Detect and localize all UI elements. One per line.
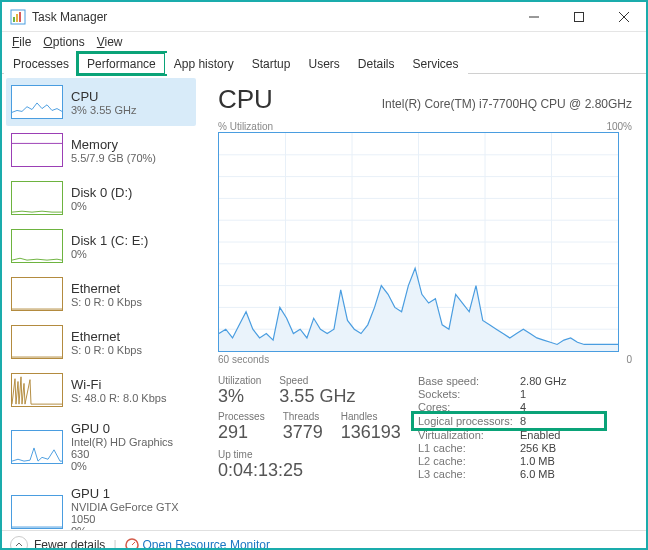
info-l1-v: 256 KB xyxy=(520,442,556,454)
menu-view[interactable]: View xyxy=(91,33,129,51)
cpu-model: Intel(R) Core(TM) i7-7700HQ CPU @ 2.80GH… xyxy=(382,97,632,111)
stat-label-utilization: Utilization xyxy=(218,375,261,386)
open-resource-monitor-link[interactable]: Open Resource Monitor xyxy=(143,538,270,551)
titlebar: Task Manager xyxy=(2,2,646,32)
sidebar-item-6[interactable]: Wi-FiS: 48.0 R: 8.0 Kbps xyxy=(6,366,196,414)
tabs: Processes Performance App history Startu… xyxy=(2,52,646,74)
sidebar-item-5[interactable]: EthernetS: 0 R: 0 Kbps xyxy=(6,318,196,366)
app-icon xyxy=(10,9,26,25)
info-basespeed-k: Base speed: xyxy=(418,375,520,387)
tab-services[interactable]: Services xyxy=(404,53,468,74)
menu-file[interactable]: File xyxy=(6,33,37,51)
info-l3-k: L3 cache: xyxy=(418,468,520,480)
sidebar: CPU3% 3.55 GHzMemory5.5/7.9 GB (70%)Disk… xyxy=(2,74,202,530)
main-panel: CPU Intel(R) Core(TM) i7-7700HQ CPU @ 2.… xyxy=(202,74,646,530)
svg-rect-5 xyxy=(574,12,583,21)
tab-apphistory[interactable]: App history xyxy=(165,53,243,74)
fewer-details-link[interactable]: Fewer details xyxy=(34,538,105,551)
svg-rect-3 xyxy=(19,12,21,22)
info-l2-v: 1.0 MB xyxy=(520,455,555,467)
info-virt-v: Enabled xyxy=(520,429,560,441)
info-logical-k: Logical processors: xyxy=(418,415,520,427)
info-basespeed-v: 2.80 GHz xyxy=(520,375,566,387)
sidebar-item-1[interactable]: Memory5.5/7.9 GB (70%) xyxy=(6,126,196,174)
svg-line-23 xyxy=(132,542,135,545)
chart-foot-right: 0 xyxy=(626,354,632,365)
info-l1-k: L1 cache: xyxy=(418,442,520,454)
stat-value-threads: 3779 xyxy=(283,422,323,443)
minimize-button[interactable] xyxy=(511,2,556,32)
info-cores-v: 4 xyxy=(520,401,526,413)
tab-processes[interactable]: Processes xyxy=(4,53,78,74)
info-cores-k: Cores: xyxy=(418,401,520,413)
sidebar-item-8[interactable]: GPU 1NVIDIA GeForce GTX 10500% xyxy=(6,479,196,530)
tab-performance[interactable]: Performance xyxy=(78,53,165,74)
stat-label-handles: Handles xyxy=(341,411,401,422)
chart-label-left: % Utilization xyxy=(218,121,273,132)
tab-details[interactable]: Details xyxy=(349,53,404,74)
info-sockets-v: 1 xyxy=(520,388,526,400)
stat-value-utilization: 3% xyxy=(218,386,261,407)
close-button[interactable] xyxy=(601,2,646,32)
bottombar: Fewer details | Open Resource Monitor xyxy=(2,530,646,550)
info-l3-v: 6.0 MB xyxy=(520,468,555,480)
menu-options[interactable]: Options xyxy=(37,33,90,51)
chart-label-right: 100% xyxy=(606,121,632,132)
svg-rect-1 xyxy=(13,17,15,22)
stat-value-handles: 136193 xyxy=(341,422,401,443)
sidebar-item-7[interactable]: GPU 0Intel(R) HD Graphics 6300% xyxy=(6,414,196,479)
window-title: Task Manager xyxy=(32,10,511,24)
sidebar-item-3[interactable]: Disk 1 (C: E:)0% xyxy=(6,222,196,270)
svg-rect-2 xyxy=(16,14,18,22)
chevron-up-icon[interactable] xyxy=(10,536,28,551)
sidebar-item-0[interactable]: CPU3% 3.55 GHz xyxy=(6,78,196,126)
sidebar-item-4[interactable]: EthernetS: 0 R: 0 Kbps xyxy=(6,270,196,318)
stat-label-processes: Processes xyxy=(218,411,265,422)
info-logical-v: 8 xyxy=(520,415,526,427)
tab-startup[interactable]: Startup xyxy=(243,53,300,74)
page-title: CPU xyxy=(218,84,273,115)
sidebar-item-2[interactable]: Disk 0 (D:)0% xyxy=(6,174,196,222)
stat-value-speed: 3.55 GHz xyxy=(279,386,355,407)
resource-monitor-icon xyxy=(125,538,139,551)
stat-label-threads: Threads xyxy=(283,411,323,422)
info-sockets-k: Sockets: xyxy=(418,388,520,400)
stat-label-speed: Speed xyxy=(279,375,355,386)
info-l2-k: L2 cache: xyxy=(418,455,520,467)
uptime-label: Up time xyxy=(218,449,418,460)
chart-foot-left: 60 seconds xyxy=(218,354,269,365)
tab-users[interactable]: Users xyxy=(299,53,348,74)
maximize-button[interactable] xyxy=(556,2,601,32)
info-virt-k: Virtualization: xyxy=(418,429,520,441)
cpu-chart xyxy=(218,132,619,352)
stat-value-processes: 291 xyxy=(218,422,265,443)
menubar: File Options View xyxy=(2,32,646,52)
uptime-value: 0:04:13:25 xyxy=(218,460,418,481)
